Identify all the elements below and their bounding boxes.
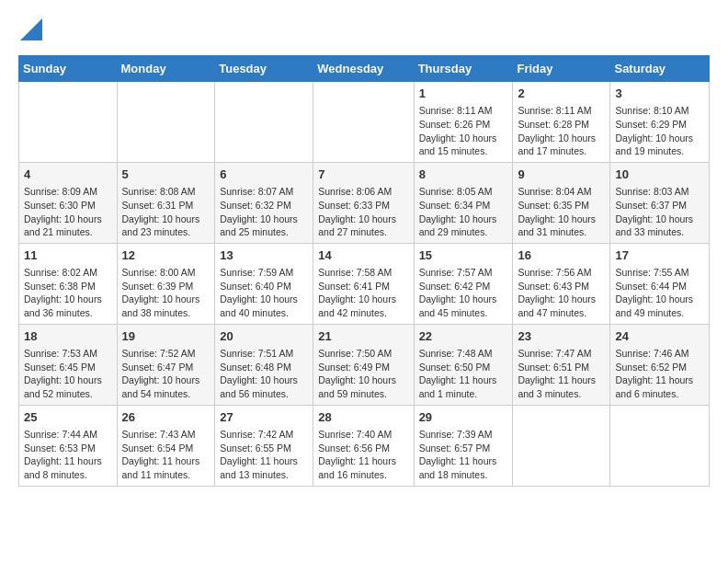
- day-number: 3: [615, 86, 704, 102]
- day-info: Sunrise: 7:55 AM Sunset: 6:44 PM Dayligh…: [615, 266, 704, 320]
- day-number: 17: [615, 247, 704, 264]
- day-info: Sunrise: 7:47 AM Sunset: 6:51 PM Dayligh…: [518, 347, 605, 401]
- day-number: 15: [419, 247, 508, 264]
- day-info: Sunrise: 8:09 AM Sunset: 6:30 PM Dayligh…: [24, 185, 112, 239]
- day-number: 22: [419, 328, 508, 345]
- day-number: 26: [122, 409, 210, 426]
- calendar-cell: 4Sunrise: 8:09 AM Sunset: 6:30 PM Daylig…: [19, 162, 118, 243]
- day-number: 2: [518, 86, 605, 102]
- day-info: Sunrise: 7:39 AM Sunset: 6:57 PM Dayligh…: [419, 428, 508, 482]
- calendar-cell: 17Sunrise: 7:55 AM Sunset: 6:44 PM Dayli…: [610, 243, 710, 324]
- calendar-header-row: SundayMondayTuesdayWednesdayThursdayFrid…: [19, 56, 710, 82]
- calendar-week-row: 11Sunrise: 8:02 AM Sunset: 6:38 PM Dayli…: [19, 243, 710, 324]
- day-number: 5: [122, 167, 210, 183]
- calendar-cell: [215, 82, 313, 163]
- calendar-cell: 16Sunrise: 7:56 AM Sunset: 6:43 PM Dayli…: [513, 243, 610, 324]
- day-number: 10: [615, 167, 704, 183]
- day-number: 14: [318, 247, 408, 264]
- logo-icon: [20, 18, 42, 40]
- calendar-cell: [117, 82, 215, 163]
- calendar-cell: 23Sunrise: 7:47 AM Sunset: 6:51 PM Dayli…: [513, 324, 610, 405]
- day-number: 11: [24, 247, 112, 264]
- calendar-week-row: 25Sunrise: 7:44 AM Sunset: 6:53 PM Dayli…: [19, 405, 710, 486]
- day-number: 1: [419, 86, 508, 102]
- day-info: Sunrise: 7:53 AM Sunset: 6:45 PM Dayligh…: [24, 347, 112, 401]
- day-number: 18: [24, 328, 112, 345]
- calendar-cell: 1Sunrise: 8:11 AM Sunset: 6:26 PM Daylig…: [414, 82, 513, 163]
- calendar-cell: 13Sunrise: 7:59 AM Sunset: 6:40 PM Dayli…: [215, 243, 313, 324]
- day-number: 16: [518, 247, 605, 264]
- calendar-cell: 19Sunrise: 7:52 AM Sunset: 6:47 PM Dayli…: [117, 324, 215, 405]
- day-number: 7: [318, 167, 408, 183]
- calendar-cell: 29Sunrise: 7:39 AM Sunset: 6:57 PM Dayli…: [414, 405, 513, 486]
- day-info: Sunrise: 8:03 AM Sunset: 6:37 PM Dayligh…: [615, 185, 704, 239]
- day-info: Sunrise: 8:11 AM Sunset: 6:28 PM Dayligh…: [518, 104, 605, 158]
- day-number: 28: [318, 409, 408, 426]
- day-info: Sunrise: 8:11 AM Sunset: 6:26 PM Dayligh…: [419, 104, 508, 158]
- day-info: Sunrise: 7:58 AM Sunset: 6:41 PM Dayligh…: [318, 266, 408, 320]
- day-info: Sunrise: 8:08 AM Sunset: 6:31 PM Dayligh…: [122, 185, 210, 239]
- day-number: 9: [518, 167, 605, 183]
- day-number: 24: [615, 328, 704, 345]
- day-number: 19: [122, 328, 210, 345]
- day-info: Sunrise: 7:59 AM Sunset: 6:40 PM Dayligh…: [220, 266, 308, 320]
- calendar-cell: 18Sunrise: 7:53 AM Sunset: 6:45 PM Dayli…: [19, 324, 118, 405]
- day-info: Sunrise: 8:07 AM Sunset: 6:32 PM Dayligh…: [220, 185, 308, 239]
- day-info: Sunrise: 7:44 AM Sunset: 6:53 PM Dayligh…: [24, 428, 112, 482]
- calendar-cell: 21Sunrise: 7:50 AM Sunset: 6:49 PM Dayli…: [313, 324, 414, 405]
- day-number: 25: [24, 409, 112, 426]
- day-info: Sunrise: 7:42 AM Sunset: 6:55 PM Dayligh…: [220, 428, 308, 482]
- day-info: Sunrise: 8:00 AM Sunset: 6:39 PM Dayligh…: [122, 266, 210, 320]
- svg-marker-0: [20, 18, 42, 40]
- column-header-saturday: Saturday: [610, 56, 710, 82]
- day-info: Sunrise: 7:48 AM Sunset: 6:50 PM Dayligh…: [419, 347, 508, 401]
- day-info: Sunrise: 7:46 AM Sunset: 6:52 PM Dayligh…: [615, 347, 704, 401]
- calendar-cell: 28Sunrise: 7:40 AM Sunset: 6:56 PM Dayli…: [313, 405, 414, 486]
- calendar-cell: 20Sunrise: 7:51 AM Sunset: 6:48 PM Dayli…: [215, 324, 313, 405]
- day-number: 21: [318, 328, 408, 345]
- calendar-cell: 6Sunrise: 8:07 AM Sunset: 6:32 PM Daylig…: [215, 162, 313, 243]
- calendar-cell: 14Sunrise: 7:58 AM Sunset: 6:41 PM Dayli…: [313, 243, 414, 324]
- calendar-cell: 25Sunrise: 7:44 AM Sunset: 6:53 PM Dayli…: [19, 405, 118, 486]
- day-number: 27: [220, 409, 308, 426]
- calendar-cell: [610, 405, 710, 486]
- calendar-cell: 9Sunrise: 8:04 AM Sunset: 6:35 PM Daylig…: [513, 162, 610, 243]
- day-number: 4: [24, 167, 112, 183]
- column-header-wednesday: Wednesday: [313, 56, 414, 82]
- day-info: Sunrise: 7:40 AM Sunset: 6:56 PM Dayligh…: [318, 428, 408, 482]
- day-info: Sunrise: 7:50 AM Sunset: 6:49 PM Dayligh…: [318, 347, 408, 401]
- page-header: [18, 18, 710, 40]
- column-header-monday: Monday: [117, 56, 215, 82]
- calendar-week-row: 4Sunrise: 8:09 AM Sunset: 6:30 PM Daylig…: [19, 162, 710, 243]
- calendar-cell: [513, 405, 610, 486]
- day-number: 20: [220, 328, 308, 345]
- day-info: Sunrise: 8:02 AM Sunset: 6:38 PM Dayligh…: [24, 266, 112, 320]
- day-number: 12: [122, 247, 210, 264]
- calendar-cell: 15Sunrise: 7:57 AM Sunset: 6:42 PM Dayli…: [414, 243, 513, 324]
- day-info: Sunrise: 8:05 AM Sunset: 6:34 PM Dayligh…: [419, 185, 508, 239]
- calendar-cell: 2Sunrise: 8:11 AM Sunset: 6:28 PM Daylig…: [513, 82, 610, 163]
- calendar-cell: 10Sunrise: 8:03 AM Sunset: 6:37 PM Dayli…: [610, 162, 710, 243]
- day-number: 6: [220, 167, 308, 183]
- calendar-cell: 12Sunrise: 8:00 AM Sunset: 6:39 PM Dayli…: [117, 243, 215, 324]
- calendar-cell: 8Sunrise: 8:05 AM Sunset: 6:34 PM Daylig…: [414, 162, 513, 243]
- day-info: Sunrise: 7:56 AM Sunset: 6:43 PM Dayligh…: [518, 266, 605, 320]
- calendar-week-row: 18Sunrise: 7:53 AM Sunset: 6:45 PM Dayli…: [19, 324, 710, 405]
- column-header-thursday: Thursday: [414, 56, 513, 82]
- calendar-table: SundayMondayTuesdayWednesdayThursdayFrid…: [18, 55, 710, 487]
- day-info: Sunrise: 7:57 AM Sunset: 6:42 PM Dayligh…: [419, 266, 508, 320]
- day-info: Sunrise: 8:04 AM Sunset: 6:35 PM Dayligh…: [518, 185, 605, 239]
- day-info: Sunrise: 7:51 AM Sunset: 6:48 PM Dayligh…: [220, 347, 308, 401]
- day-info: Sunrise: 7:43 AM Sunset: 6:54 PM Dayligh…: [122, 428, 210, 482]
- day-number: 8: [419, 167, 508, 183]
- day-info: Sunrise: 8:10 AM Sunset: 6:29 PM Dayligh…: [615, 104, 704, 158]
- calendar-cell: 11Sunrise: 8:02 AM Sunset: 6:38 PM Dayli…: [19, 243, 118, 324]
- calendar-week-row: 1Sunrise: 8:11 AM Sunset: 6:26 PM Daylig…: [19, 82, 710, 163]
- day-info: Sunrise: 7:52 AM Sunset: 6:47 PM Dayligh…: [122, 347, 210, 401]
- day-number: 29: [419, 409, 508, 426]
- calendar-cell: 3Sunrise: 8:10 AM Sunset: 6:29 PM Daylig…: [610, 82, 710, 163]
- calendar-cell: 22Sunrise: 7:48 AM Sunset: 6:50 PM Dayli…: [414, 324, 513, 405]
- calendar-cell: 26Sunrise: 7:43 AM Sunset: 6:54 PM Dayli…: [117, 405, 215, 486]
- calendar-cell: [313, 82, 414, 163]
- logo: [18, 18, 42, 40]
